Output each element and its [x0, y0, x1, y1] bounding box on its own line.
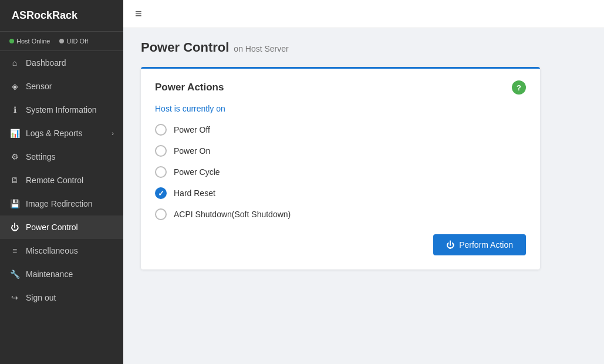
uid-off-label: UID Off: [66, 38, 87, 45]
hard-reset-option[interactable]: Hard Reset: [155, 187, 526, 199]
power-cycle-radio[interactable]: [155, 166, 167, 178]
sign-out-icon: ↪: [9, 293, 20, 302]
sidebar-item-label: Power Control: [26, 223, 114, 232]
power-off-radio[interactable]: [155, 124, 167, 136]
main-content: ≡ Power Control on Host Server Power Act…: [123, 0, 604, 364]
page-subtitle: on Host Server: [234, 44, 288, 53]
sidebar-item-sensor[interactable]: ◈ Sensor: [0, 75, 123, 98]
sidebar-item-dashboard[interactable]: ⌂ Dashboard: [0, 51, 123, 75]
sidebar: ASRockRack Host Online UID Off ⌂ Dashboa…: [0, 0, 123, 364]
page-header: Power Control on Host Server: [123, 28, 604, 61]
sidebar-item-label: Dashboard: [26, 58, 114, 68]
sidebar-item-label: Settings: [26, 152, 114, 161]
card-header: Power Actions ?: [155, 80, 526, 95]
hard-reset-label: Hard Reset: [174, 188, 215, 198]
host-online-dot: [9, 39, 14, 43]
sidebar-item-maintenance[interactable]: 🔧 Maintenance: [0, 262, 123, 286]
image-icon: 💾: [9, 199, 20, 208]
power-on-label: Power On: [174, 146, 210, 156]
power-on-option[interactable]: Power On: [155, 145, 526, 157]
logs-icon: 📊: [9, 129, 20, 138]
acpi-shutdown-label: ACPI Shutdown(Soft Shutdown): [174, 210, 291, 219]
sidebar-item-sign-out[interactable]: ↪ Sign out: [0, 286, 123, 309]
hard-reset-radio[interactable]: [155, 187, 167, 199]
card-title: Power Actions: [155, 82, 224, 93]
perform-action-label: Perform Action: [459, 240, 513, 250]
remote-icon: 🖥: [9, 176, 20, 185]
hamburger-menu[interactable]: ≡: [135, 7, 142, 21]
power-off-label: Power Off: [174, 125, 210, 134]
topbar: ≡: [123, 0, 604, 28]
acpi-shutdown-radio[interactable]: [155, 208, 167, 220]
host-status-text: Host is currently on: [155, 104, 526, 113]
host-status: Host Online: [9, 38, 50, 45]
uid-off-dot: [59, 39, 64, 43]
dashboard-icon: ⌂: [9, 58, 20, 68]
power-on-radio[interactable]: [155, 145, 167, 157]
host-online-label: Host Online: [16, 38, 50, 45]
sidebar-item-settings[interactable]: ⚙ Settings: [0, 145, 123, 168]
sidebar-item-label: Image Redirection: [26, 199, 114, 208]
nav-menu: ⌂ Dashboard ◈ Sensor ℹ System Informatio…: [0, 51, 123, 309]
app-logo: ASRockRack: [0, 0, 123, 32]
sidebar-item-miscellaneous[interactable]: ≡ Miscellaneous: [0, 239, 123, 262]
maintenance-icon: 🔧: [9, 269, 20, 279]
chevron-right-icon: ›: [112, 130, 114, 137]
perform-action-button[interactable]: ⏻ Perform Action: [433, 234, 526, 255]
sensor-icon: ◈: [9, 82, 20, 91]
power-btn-icon: ⏻: [446, 240, 454, 250]
acpi-shutdown-option[interactable]: ACPI Shutdown(Soft Shutdown): [155, 208, 526, 220]
help-icon[interactable]: ?: [512, 80, 526, 95]
uid-status: UID Off: [59, 38, 87, 45]
sidebar-status: Host Online UID Off: [0, 32, 123, 51]
power-icon: ⏻: [9, 223, 20, 232]
sidebar-item-label: Maintenance: [26, 269, 114, 279]
sidebar-item-system-information[interactable]: ℹ System Information: [0, 98, 123, 122]
misc-icon: ≡: [9, 246, 20, 255]
sidebar-item-label: Sensor: [26, 82, 114, 91]
info-icon: ℹ: [9, 105, 20, 114]
sidebar-item-label: Remote Control: [26, 176, 114, 185]
power-actions-card: Power Actions ? Host is currently on Pow…: [141, 67, 540, 269]
content-area: Power Actions ? Host is currently on Pow…: [123, 61, 604, 287]
power-cycle-option[interactable]: Power Cycle: [155, 166, 526, 178]
sidebar-item-power-control[interactable]: ⏻ Power Control: [0, 215, 123, 239]
sidebar-item-image-redirection[interactable]: 💾 Image Redirection: [0, 192, 123, 215]
sidebar-item-label: System Information: [26, 105, 114, 114]
sidebar-item-logs-reports[interactable]: 📊 Logs & Reports ›: [0, 122, 123, 145]
sidebar-item-label: Logs & Reports: [26, 129, 106, 138]
sidebar-item-remote-control[interactable]: 🖥 Remote Control: [0, 168, 123, 192]
page-title: Power Control: [141, 40, 229, 55]
settings-icon: ⚙: [9, 152, 20, 161]
power-options-group: Power Off Power On Power Cycle Hard Rese…: [155, 124, 526, 220]
power-off-option[interactable]: Power Off: [155, 124, 526, 136]
power-cycle-label: Power Cycle: [174, 167, 220, 177]
sidebar-item-label: Miscellaneous: [26, 246, 114, 255]
sidebar-item-label: Sign out: [26, 293, 114, 302]
